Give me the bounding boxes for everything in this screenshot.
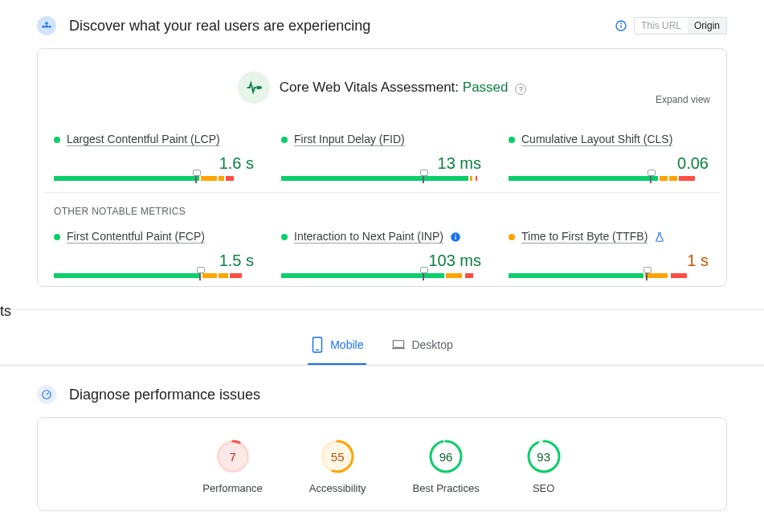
metric-card: First Input Delay (FID) 13 ms: [281, 133, 483, 181]
bar-segment: [202, 273, 217, 278]
bar-segment: [669, 176, 677, 181]
svg-point-10: [455, 234, 456, 235]
metric-value: 1 s: [509, 252, 710, 270]
status-dot: [281, 234, 288, 240]
tab-desktop-label: Desktop: [411, 338, 452, 351]
header-right: This URL Origin: [615, 17, 727, 35]
metric-label[interactable]: First Input Delay (FID): [294, 133, 405, 146]
metric-bar: [54, 273, 255, 278]
cwv-header: Core Web Vitals Assessment: Passed ? Exp…: [38, 49, 726, 104]
gauge: 7: [215, 439, 251, 474]
metric-value: 13 ms: [281, 154, 483, 173]
other-metrics-subheader: OTHER NOTABLE METRICS: [38, 193, 726, 217]
metric-value: 0.06: [509, 154, 710, 173]
info-badge-icon[interactable]: [450, 231, 461, 243]
desktop-icon: [392, 336, 405, 354]
score-best practices[interactable]: 96 Best Practices: [413, 439, 480, 494]
status-dot: [54, 234, 60, 240]
bar-segment: [645, 273, 668, 278]
score-performance[interactable]: 7 Performance: [202, 439, 262, 494]
bar-segment: [281, 176, 468, 181]
toggle-this-url[interactable]: This URL: [635, 18, 688, 34]
score-label: SEO: [533, 482, 554, 494]
bar-segment: [219, 176, 225, 181]
metric-label-row: Cumulative Layout Shift (CLS): [509, 133, 710, 146]
bar-segment: [54, 273, 201, 278]
bar-marker: [423, 174, 424, 183]
bar-marker: [195, 174, 197, 183]
bar-segment: [219, 273, 229, 278]
metric-label-row: First Contentful Paint (FCP): [54, 230, 255, 243]
score-seo[interactable]: 93 SEO: [526, 439, 562, 494]
gauge: 55: [320, 439, 355, 474]
bar-segment: [476, 176, 478, 181]
svg-point-5: [621, 23, 622, 24]
metric-label[interactable]: Cumulative Layout Shift (CLS): [521, 133, 672, 146]
metric-card: Interaction to Next Paint (INP) 103 ms: [281, 230, 483, 286]
score-label: Best Practices: [413, 482, 480, 494]
experimental-icon[interactable]: [654, 231, 665, 243]
metric-card: Largest Contentful Paint (LCP) 1.6 s: [54, 133, 255, 181]
gauge-value: 55: [320, 439, 355, 474]
bar-segment: [509, 273, 643, 278]
svg-line-16: [47, 393, 49, 395]
svg-point-7: [259, 87, 261, 88]
tab-mobile[interactable]: Mobile: [308, 328, 366, 365]
mobile-icon: [311, 336, 324, 354]
diagnose-header: Diagnose performance issues: [0, 366, 764, 417]
bar-segment: [201, 176, 217, 181]
metric-card: Time to First Byte (TTFB) 1 s: [509, 230, 710, 286]
bar-segment: [226, 176, 234, 181]
metric-value: 103 ms: [281, 252, 483, 270]
audience-icon: [37, 16, 56, 35]
metric-label[interactable]: Largest Contentful Paint (LCP): [67, 133, 220, 146]
tab-mobile-label: Mobile: [330, 338, 363, 351]
diagnose-header-left: Diagnose performance issues: [37, 385, 260, 404]
metric-bar: [509, 273, 710, 278]
truncated-text: ts: [0, 303, 11, 320]
bar-marker: [423, 271, 424, 280]
bar-segment: [446, 273, 462, 278]
pulse-icon: [238, 72, 270, 104]
status-dot: [281, 137, 288, 143]
score-accessibility[interactable]: 55 Accessibility: [309, 439, 366, 494]
score-label: Accessibility: [309, 482, 366, 494]
status-dot: [509, 234, 515, 240]
metric-card: First Contentful Paint (FCP) 1.5 s: [54, 230, 255, 286]
other-metrics-grid: First Contentful Paint (FCP) 1.5 s Inter…: [38, 217, 726, 286]
gauge: 93: [526, 439, 562, 474]
expand-view-link[interactable]: Expand view: [656, 94, 710, 105]
status-dot: [509, 137, 515, 143]
help-icon[interactable]: ?: [515, 84, 526, 95]
bar-segment: [679, 176, 695, 181]
bar-segment: [281, 273, 444, 278]
diagnose-title: Diagnose performance issues: [69, 387, 260, 403]
metric-label[interactable]: Time to First Byte (TTFB): [521, 230, 648, 243]
section-title: Discover what your real users are experi…: [69, 18, 370, 35]
tab-desktop[interactable]: Desktop: [389, 328, 456, 365]
status-dot: [54, 137, 60, 143]
metric-label-row: Time to First Byte (TTFB): [509, 230, 710, 243]
scores-row: 7 Performance 55 Accessibility 96 Best P…: [38, 418, 726, 510]
field-data-header: Discover what your real users are experi…: [0, 0, 764, 48]
metric-bar: [509, 176, 710, 181]
bar-segment: [660, 176, 668, 181]
svg-point-0: [45, 22, 48, 25]
bar-marker: [650, 174, 652, 183]
metric-card: Cumulative Layout Shift (CLS) 0.06: [509, 133, 710, 181]
metric-label-row: First Input Delay (FID): [281, 133, 483, 146]
metric-bar: [281, 176, 483, 181]
lighthouse-panel: 7 Performance 55 Accessibility 96 Best P…: [37, 417, 727, 511]
svg-rect-13: [394, 341, 404, 348]
bar-segment: [54, 176, 199, 181]
gauge-value: 96: [428, 439, 464, 474]
metric-label[interactable]: First Contentful Paint (FCP): [67, 230, 205, 243]
core-metrics-grid: Largest Contentful Paint (LCP) 1.6 s Fir…: [38, 104, 726, 192]
gauge-value: 93: [526, 439, 562, 474]
toggle-origin[interactable]: Origin: [688, 18, 726, 34]
cwv-title: Core Web Vitals Assessment: Passed ?: [280, 80, 526, 96]
header-left: Discover what your real users are experi…: [37, 16, 370, 35]
metric-bar: [54, 176, 255, 181]
info-icon[interactable]: [615, 19, 627, 32]
metric-label[interactable]: Interaction to Next Paint (INP): [294, 230, 443, 243]
